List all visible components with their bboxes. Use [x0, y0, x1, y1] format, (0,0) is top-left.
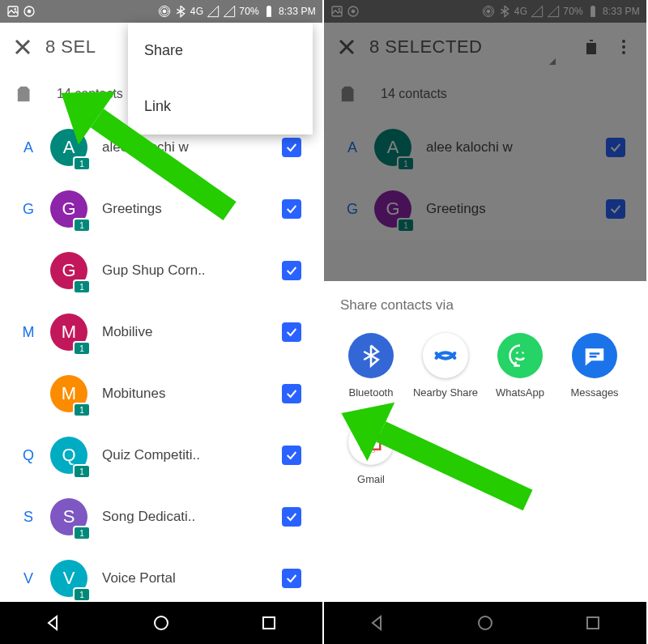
section-letter: Q [15, 447, 42, 464]
contact-row[interactable]: SS1Song Dedicati.. [0, 486, 322, 548]
share-target-bluetooth[interactable]: Bluetooth [334, 333, 408, 399]
svg-rect-10 [263, 617, 275, 629]
contact-avatar: M1 [50, 375, 87, 412]
bluetooth-icon [174, 5, 187, 18]
contact-avatar: G1 [50, 252, 87, 289]
contact-avatar: M1 [50, 313, 87, 351]
checkbox[interactable] [282, 569, 301, 588]
messages-icon [572, 333, 617, 378]
checkbox[interactable] [282, 322, 301, 342]
checkbox[interactable] [282, 507, 301, 527]
overflow-menu: Share Link [128, 23, 313, 134]
sim-badge: 1 [75, 404, 89, 416]
nav-back-icon[interactable] [44, 613, 63, 633]
contact-name: Song Dedicati.. [102, 509, 282, 525]
contact-name: Gup Shup Corn.. [102, 262, 282, 279]
svg-rect-7 [266, 7, 271, 17]
bluetooth-icon [348, 333, 394, 378]
nav-bar [0, 602, 322, 644]
sim-badge: 1 [75, 281, 89, 292]
menu-item-share[interactable]: Share [128, 23, 313, 79]
contact-name: Mobilive [102, 324, 282, 340]
hotspot-icon [158, 5, 171, 18]
sim-badge: 1 [75, 158, 89, 169]
share-target-nearby[interactable]: Nearby Share [408, 333, 483, 399]
signal-icon-2 [223, 5, 236, 18]
contact-avatar: G1 [50, 190, 87, 228]
contact-avatar: S1 [50, 498, 87, 535]
sim-badge: 1 [75, 220, 89, 231]
svg-text:GO: GO [367, 448, 375, 454]
svg-point-1 [15, 8, 16, 10]
share-target-gmail[interactable]: GOGmail [334, 420, 408, 485]
contact-row[interactable]: G1Gup Shup Corn.. [0, 240, 322, 301]
screen-left: 4G 70% 8:33 PM 8 SEL Share Link 14 conta… [0, 0, 322, 644]
sim-icon [16, 85, 34, 103]
checkbox[interactable] [282, 261, 301, 280]
share-sheet-title: Share contacts via [340, 297, 630, 313]
contact-row[interactable]: VV1Voice Portal [0, 548, 322, 609]
target-icon [23, 5, 36, 18]
checkbox[interactable] [282, 199, 301, 219]
menu-item-link[interactable]: Link [128, 79, 313, 134]
contact-avatar: A1 [50, 129, 87, 166]
share-target-whatsapp[interactable]: WhatsApp [483, 333, 557, 399]
contact-list[interactable]: AA1alee kalochi wGG1GreetingsG1Gup Shup … [0, 117, 322, 609]
contact-row[interactable]: QQ1Quiz Competiti.. [0, 424, 322, 486]
battery-icon [262, 5, 275, 18]
checkbox[interactable] [282, 384, 301, 403]
status-bar: 4G 70% 8:33 PM [0, 0, 322, 23]
sim-badge: 1 [75, 589, 89, 600]
image-icon [6, 5, 19, 18]
battery-pct: 70% [239, 6, 259, 17]
share-target-messages[interactable]: Messages [557, 333, 632, 399]
share-target-label: Nearby Share [413, 386, 478, 399]
contact-name: Quiz Competiti.. [102, 447, 282, 463]
section-letter: S [15, 509, 42, 526]
section-letter: A [15, 139, 42, 156]
svg-point-4 [163, 10, 166, 13]
contact-avatar: V1 [50, 560, 87, 597]
share-sheet: Share contacts via BluetoothNearby Share… [324, 281, 646, 602]
section-letter: G [15, 201, 42, 218]
contact-row[interactable]: GG1Greetings [0, 178, 322, 240]
svg-point-3 [28, 10, 31, 13]
contact-row[interactable]: MM1Mobilive [0, 301, 322, 363]
section-letter: M [15, 324, 42, 341]
contact-name: Greetings [102, 201, 282, 217]
sim-badge: 1 [75, 466, 89, 477]
contact-row[interactable]: M1Mobitunes [0, 363, 322, 424]
clock: 8:33 PM [279, 6, 316, 17]
nav-home-icon[interactable] [151, 613, 171, 633]
gmail-icon: GO [348, 420, 394, 465]
section-letter: V [15, 570, 42, 587]
checkbox[interactable] [282, 446, 301, 465]
signal-icon [207, 5, 220, 18]
contact-name: alee kalochi w [102, 139, 282, 156]
share-target-label: Gmail [357, 473, 385, 485]
contact-avatar: Q1 [50, 437, 87, 474]
checkbox[interactable] [282, 138, 301, 157]
svg-point-9 [155, 616, 168, 629]
whatsapp-icon [497, 333, 543, 378]
contact-name: Voice Portal [102, 570, 282, 586]
close-icon[interactable] [13, 37, 32, 57]
network-type: 4G [190, 6, 203, 17]
screen-right: 4G 70% 8:33 PM 8 SELECTED 14 contacts AA… [324, 0, 646, 644]
share-target-label: Bluetooth [349, 386, 394, 399]
share-target-label: WhatsApp [496, 386, 544, 399]
share-grid: BluetoothNearby ShareWhatsAppMessagesGOG… [334, 326, 637, 500]
sim-badge: 1 [75, 527, 89, 539]
sim-count: 14 contacts [57, 87, 123, 101]
sim-badge: 1 [75, 343, 89, 354]
nav-recent-icon[interactable] [259, 613, 279, 633]
svg-rect-8 [268, 6, 271, 6]
contact-name: Mobitunes [102, 386, 282, 402]
share-target-label: Messages [570, 386, 618, 399]
nearby-icon [423, 333, 468, 378]
